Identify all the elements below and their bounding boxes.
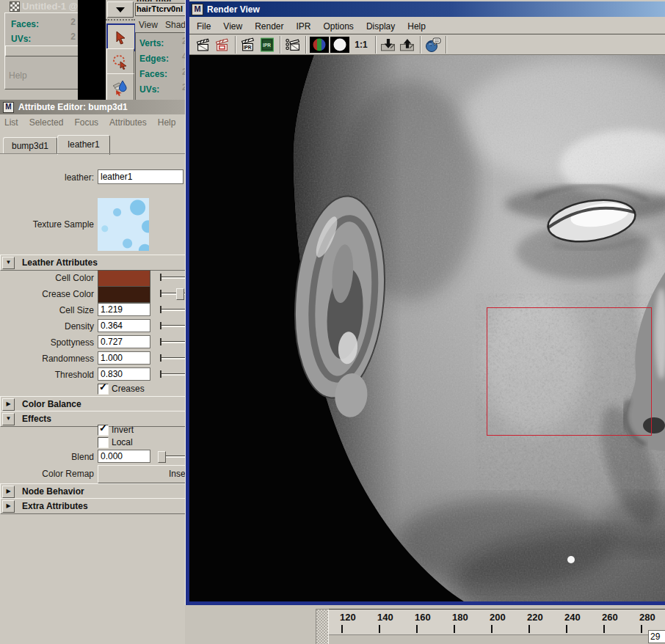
cell-color-slider[interactable] <box>160 272 185 282</box>
render-view-titlebar[interactable]: M Render View <box>189 1 665 17</box>
threshold-input[interactable] <box>98 367 150 381</box>
menu-help[interactable]: Help <box>407 21 426 32</box>
ruler-tick-label: 220 <box>527 612 543 623</box>
menu-ipr[interactable]: IPR <box>297 21 311 32</box>
menu-render[interactable]: Render <box>255 21 283 32</box>
remove-image-button[interactable] <box>398 36 417 54</box>
shelf-dropdown-button[interactable] <box>107 1 134 18</box>
menu-view[interactable]: View <box>223 21 242 32</box>
mini-menu-shading[interactable]: Shading <box>165 20 185 30</box>
help-label[interactable]: Help <box>9 70 27 81</box>
attribute-editor-window: M Attribute Editor: bump3d1 List Selecte… <box>0 100 185 644</box>
ruler-tick <box>416 625 418 633</box>
stat-label: Faces: <box>11 19 39 29</box>
density-input[interactable] <box>98 319 150 332</box>
local-checkbox[interactable] <box>98 437 109 448</box>
toolbar-separator <box>235 36 236 54</box>
render-globals-icon <box>424 37 442 53</box>
ruler-value-field[interactable] <box>648 630 665 643</box>
paint-selection-tool-icon <box>112 78 129 96</box>
paint-tool-button[interactable] <box>106 73 134 100</box>
blend-input[interactable] <box>98 450 150 463</box>
tab-bump3d1[interactable]: bump3d1 <box>3 137 57 154</box>
section-collapse-icon[interactable]: ▶ <box>2 486 15 498</box>
color-remap-insert-button[interactable]: Insert <box>98 465 185 483</box>
randomness-slider[interactable] <box>160 353 185 363</box>
clipped-shelf-text: mor mor <box>137 0 172 1</box>
one-to-one-button[interactable]: 1:1 <box>350 36 372 54</box>
section-collapse-icon[interactable]: ▶ <box>2 398 15 411</box>
spottyness-input[interactable] <box>98 335 150 348</box>
leather-name-input[interactable] <box>98 169 183 184</box>
texture-sample-swatch[interactable] <box>98 198 149 251</box>
menu-options[interactable]: Options <box>324 21 354 32</box>
randomness-input[interactable] <box>98 351 150 365</box>
alpha-channel-button[interactable] <box>330 36 350 54</box>
render-image-area[interactable] <box>189 55 665 601</box>
local-checkbox-label: Local <box>112 437 133 447</box>
menu-file[interactable]: File <box>197 21 211 32</box>
tab-leather1[interactable]: leather1 <box>57 135 110 155</box>
ruler-tick-label: 280 <box>639 612 655 623</box>
top-left-panel: Untitled-1 @ 100% Faces: 2 UVs: 2 Help <box>0 0 185 100</box>
section-collapse-icon[interactable]: ▶ <box>2 500 15 513</box>
crease-color-swatch[interactable] <box>98 286 150 303</box>
render-region-marquee[interactable] <box>487 307 652 436</box>
density-label: Density <box>0 321 94 332</box>
keep-image-button[interactable] <box>379 36 398 54</box>
maya-workspace: Untitled-1 @ 100% Faces: 2 UVs: 2 Help <box>0 0 665 644</box>
section-extra-attributes[interactable]: ▶ Extra Attributes <box>0 498 185 514</box>
menu-display[interactable]: Display <box>366 21 395 32</box>
cell-size-label: Cell Size <box>0 305 94 315</box>
tool-column <box>106 0 135 100</box>
cell-size-slider[interactable] <box>160 304 185 315</box>
section-effects[interactable]: ▼ Effects <box>0 411 185 427</box>
invert-checkbox-label: Invert <box>112 425 134 435</box>
ipr-region-button[interactable]: IPR <box>258 36 277 54</box>
toolbar-separator <box>420 36 421 54</box>
ruler-tick <box>341 625 343 633</box>
ipr-render-icon: IPR <box>240 37 256 52</box>
section-expand-icon[interactable]: ▼ <box>2 413 15 425</box>
mini-panel: mor mor hairTtcrv0nl View Shading Verts:… <box>135 0 185 100</box>
menu-list[interactable]: List <box>4 117 18 128</box>
menu-attributes[interactable]: Attributes <box>109 117 147 128</box>
density-slider[interactable] <box>160 321 185 331</box>
texture-sample-label: Texture Sample <box>0 219 94 230</box>
render-region-button[interactable] <box>213 36 232 54</box>
ipr-render-button[interactable]: IPR <box>239 36 258 54</box>
menu-focus[interactable]: Focus <box>74 117 98 128</box>
rgb-channels-button[interactable] <box>309 36 330 54</box>
cell-size-input[interactable] <box>98 303 150 316</box>
select-tool-button[interactable] <box>106 23 136 51</box>
chevron-down-icon <box>116 7 125 12</box>
snapshot-button[interactable] <box>283 36 302 54</box>
blend-slider[interactable] <box>158 451 185 461</box>
section-leather-attributes[interactable]: ▼ Leather Attributes <box>0 255 185 271</box>
attribute-editor-titlebar[interactable]: M Attribute Editor: bump3d1 <box>0 100 185 114</box>
render-region-icon <box>214 37 230 52</box>
invert-checkbox[interactable]: ✓ <box>98 425 109 436</box>
spottyness-slider[interactable] <box>160 337 185 347</box>
randomness-label: Randomness <box>0 354 94 364</box>
menu-help[interactable]: Help <box>158 117 176 128</box>
crease-color-label: Crease Color <box>0 289 94 299</box>
crease-color-slider[interactable] <box>160 288 185 299</box>
ruler-tick-label: 180 <box>452 612 468 623</box>
rgb-channels-icon <box>310 37 329 53</box>
section-expand-icon[interactable]: ▼ <box>2 257 15 269</box>
ruler-tick <box>379 625 380 633</box>
section-node-behavior[interactable]: ▶ Node Behavior <box>0 483 185 500</box>
render-globals-button[interactable] <box>424 36 443 54</box>
snapshot-icon <box>285 37 301 52</box>
lasso-tool-button[interactable] <box>106 48 134 75</box>
threshold-slider[interactable] <box>160 369 185 379</box>
color-remap-label: Color Remap <box>0 469 94 479</box>
creases-checkbox[interactable]: ✓ <box>98 384 109 395</box>
menu-selected[interactable]: Selected <box>29 117 64 128</box>
section-color-balance[interactable]: ▶ Color Balance <box>0 396 185 412</box>
toolbar-separator <box>280 36 280 54</box>
render-button[interactable] <box>194 36 213 54</box>
mini-menu-view[interactable]: View <box>139 20 158 30</box>
cell-color-swatch[interactable] <box>98 270 150 287</box>
